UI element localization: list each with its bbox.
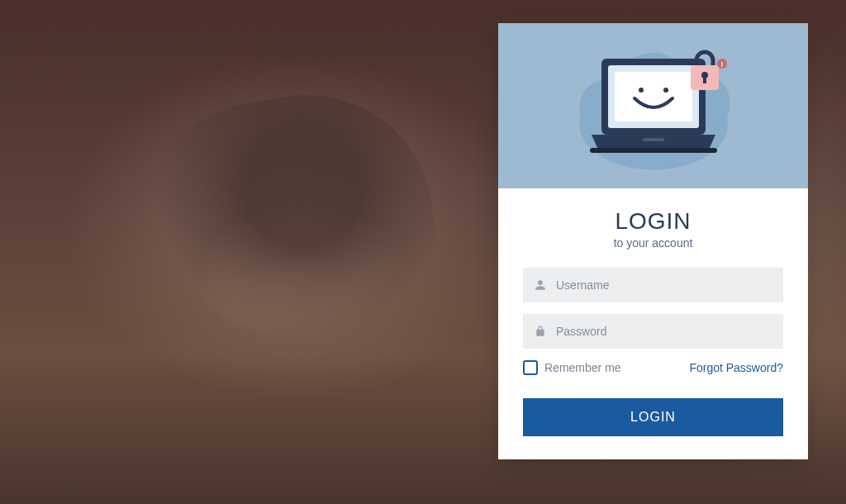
svg-text:!: ! <box>720 60 723 69</box>
options-row: Remember me Forgot Password? <box>523 360 783 375</box>
remember-me-label: Remember me <box>544 361 621 374</box>
card-body: LOGIN to your account Remember me Forgot… <box>498 188 808 459</box>
login-subtitle: to your account <box>523 236 783 250</box>
remember-me-toggle[interactable]: Remember me <box>523 360 621 375</box>
svg-rect-6 <box>615 72 692 121</box>
laptop-lock-illustration: ! <box>575 44 732 168</box>
user-icon <box>535 279 546 291</box>
username-input[interactable] <box>523 268 783 302</box>
forgot-password-link[interactable]: Forgot Password? <box>689 361 783 374</box>
password-field-wrap <box>523 314 783 349</box>
svg-rect-10 <box>643 138 664 141</box>
login-button[interactable]: LOGIN <box>523 398 783 436</box>
checkbox-icon <box>523 360 538 375</box>
login-title: LOGIN <box>523 208 783 235</box>
username-field-wrap <box>523 268 783 302</box>
svg-point-8 <box>663 88 668 93</box>
lock-icon <box>535 326 546 337</box>
login-card: ! LOGIN to your account Remember me Forg… <box>498 23 808 459</box>
svg-point-7 <box>639 88 644 93</box>
card-illustration-header: ! <box>498 23 808 188</box>
svg-rect-13 <box>703 77 706 83</box>
password-input[interactable] <box>523 314 783 349</box>
svg-rect-9 <box>590 148 717 153</box>
